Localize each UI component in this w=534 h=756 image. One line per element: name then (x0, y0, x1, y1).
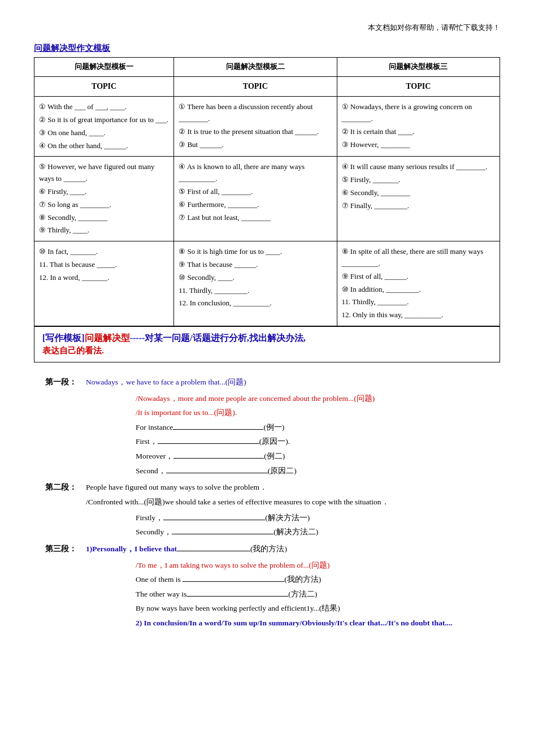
col1-content3: ⑩ In fact, _______. 11. That is because … (34, 241, 174, 326)
writing-box: [写作模板]问题解决型-----对某一问题/话题进行分析,找出解决办法, 表达自… (34, 326, 500, 362)
col2-content2: ④ As is known to all, there are many way… (174, 157, 337, 241)
para1-line6-suffix: (例二) (264, 452, 285, 460)
para2-blank1 (163, 512, 265, 520)
col1-header: 问题解决型模板一 (34, 58, 174, 77)
para1-blank2 (158, 437, 259, 444)
para3-blank1 (177, 543, 250, 551)
para3-line4-suffix: (方法二) (288, 590, 317, 598)
para1-blank1 (173, 422, 263, 430)
para3-line5-wrap: By now ways have been working perfectly … (136, 601, 489, 616)
para3-line3-wrap: One of them is (我的方法) (136, 572, 489, 587)
para1-line6-prefix: Moreover， (136, 452, 173, 460)
para3-content: 1)Personally，I believe that(我的方法) (86, 542, 287, 557)
para3-line3-suffix: (我的方法) (284, 575, 321, 584)
para2-line4-suffix: (解决方法二) (273, 528, 318, 536)
col2-header: 问题解决型模板二 (174, 58, 337, 77)
para3-row: 第三段： 1)Personally，I believe that(我的方法) (45, 542, 489, 557)
para1-line5-suffix: (原因一). (259, 437, 290, 446)
para3-line1-suffix: (我的方法) (250, 545, 287, 553)
col1-content: ① With the ___ of ___, ____. ② So it is … (34, 97, 174, 157)
para2-label: 第二段： (45, 480, 86, 509)
para1-line7-prefix: Second， (136, 466, 166, 475)
para2-line4-wrap: Secondly，(解决方法二) (136, 525, 489, 539)
para1-line4-suffix: (例一) (263, 423, 284, 431)
para2-line4-prefix: Secondly， (136, 528, 172, 536)
para3-label: 第三段： (45, 542, 86, 557)
para2-line3-prefix: Firstly， (136, 513, 163, 522)
col2-content3: ⑧ So it is high time for us to ____. ⑨ T… (174, 241, 337, 326)
writing-box-title: [写作模板]问题解决型-----对某一问题/话题进行分析,找出解决办法, (42, 332, 492, 344)
para3-blank2 (183, 574, 284, 582)
col2-content-top: ① There has been a discussion recently a… (174, 97, 337, 157)
para3-blank3 (186, 589, 288, 597)
para2-line3-suffix: (解决方法一) (265, 513, 310, 522)
para3-line6-wrap: 2) In conclusion/In a word/To sum up/In … (136, 616, 489, 630)
para2-rest: Firstly，(解决方法一) Secondly，(解决方法二) (45, 511, 489, 539)
para1-blank3 (173, 451, 264, 459)
topic3: TOPIC (337, 76, 500, 96)
col1-content2: ⑤ However, we have figured out many ways… (34, 157, 174, 241)
para3-line4-wrap: The other way is(方法二) (136, 587, 489, 602)
para2-blank2 (172, 527, 273, 535)
para3-line4-prefix: The other way is (136, 590, 186, 598)
para1-row: 第一段： Nowadays，we have to face a problem … (45, 375, 489, 390)
para1-line4-wrap: For instance(例一) (136, 420, 489, 435)
para1-line7-suffix: (原因二) (268, 466, 297, 475)
para2-line3-wrap: Firstly，(解决方法一) (136, 511, 489, 525)
topic1: TOPIC (34, 76, 174, 96)
para1-line4-prefix: For instance (136, 423, 173, 431)
para2-line2: /Confronted with...(问题)we should take a … (86, 495, 389, 509)
col3-header: 问题解决型模板三 (337, 58, 500, 77)
para1-line7-wrap: Second，(原因二) (136, 464, 489, 478)
para1-content: Nowadays，we have to face a problem that.… (86, 375, 246, 390)
para3-line5: By now ways have been working perfectly … (136, 604, 340, 612)
para3-line6: 2) In conclusion/In a word/To sum up/In … (136, 619, 453, 627)
topic2: TOPIC (174, 76, 337, 96)
section-title: 问题解决型作文模板 (34, 43, 500, 54)
para3-line1-wrap: 1)Personally，I believe that(我的方法) (86, 542, 287, 556)
para3-line3-prefix: One of them is (136, 575, 183, 584)
para2-content: People have figured out many ways to sol… (86, 480, 389, 509)
para2-line1: People have figured out many ways to sol… (86, 480, 389, 495)
para1-label: 第一段： (45, 375, 86, 390)
writing-title-main: 问题解决型 (85, 333, 130, 343)
para1-line2-wrap: /Nowadays，more and more people are conce… (136, 391, 489, 406)
para1-line5-wrap: First，(原因一). (136, 434, 489, 449)
para2-row: 第二段： People have figured out many ways t… (45, 480, 489, 509)
para1-line2: /Nowadays，more and more people are conce… (136, 394, 375, 403)
para3-rest: /To me，I am taking two ways to solve the… (45, 558, 489, 630)
para1-blank4 (166, 465, 268, 473)
col3-content-top: ① Nowadays, there is a growing concern o… (337, 97, 500, 157)
top-note: 本文档如对你有帮助，请帮忙下载支持！ (34, 23, 500, 33)
para1-line5-prefix: First， (136, 437, 158, 446)
para3-line2: /To me，I am taking two ways to solve the… (136, 561, 330, 569)
col3-content2: ④ It will cause many serious results if … (337, 157, 500, 241)
writing-subtitle: 表达自己的看法. (42, 345, 492, 356)
para1-line3-wrap: /It is important for us to...(问题). (136, 405, 489, 420)
para1-line1: Nowadays，we have to face a problem that.… (86, 378, 246, 386)
writing-title-prefix: [写作模板] (42, 333, 85, 343)
para1-line6-wrap: Moreover，(例二) (136, 449, 489, 464)
writing-title-suffix: -----对某一问题/话题进行分析,找出解决办法, (130, 333, 306, 343)
col3-content3: ⑧ In spite of all these, there are still… (337, 241, 500, 326)
content-section: 第一段： Nowadays，we have to face a problem … (34, 369, 500, 636)
para3-bold-prefix: 1)Personally，I believe that (86, 545, 177, 553)
template-table: 问题解决型模板一 问题解决型模板二 问题解决型模板三 TOPIC TOPIC T… (34, 57, 500, 326)
para1-line3: /It is important for us to...(问题). (136, 408, 237, 417)
para1-rest: /Nowadays，more and more people are conce… (45, 391, 489, 478)
para3-line2-wrap: /To me，I am taking two ways to solve the… (136, 558, 489, 573)
